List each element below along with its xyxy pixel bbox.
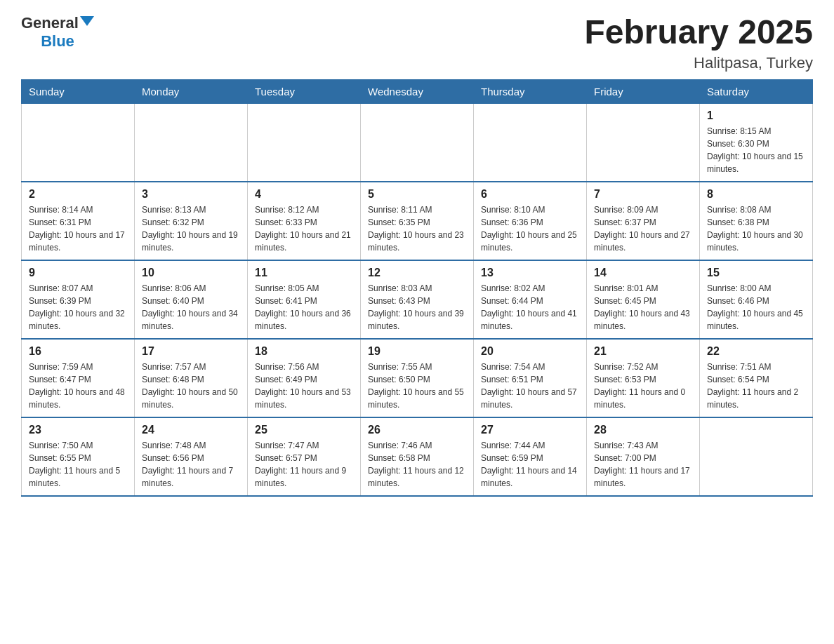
day-number: 22 <box>707 345 805 358</box>
calendar-cell: 12Sunrise: 8:03 AM Sunset: 6:43 PM Dayli… <box>361 260 474 339</box>
calendar-cell: 23Sunrise: 7:50 AM Sunset: 6:55 PM Dayli… <box>22 417 135 496</box>
day-number: 10 <box>142 267 240 279</box>
week-row-3: 9Sunrise: 8:07 AM Sunset: 6:39 PM Daylig… <box>22 260 813 339</box>
day-info: Sunrise: 7:44 AM Sunset: 6:59 PM Dayligh… <box>481 439 579 490</box>
weekday-header-tuesday: Tuesday <box>248 79 361 103</box>
logo-general-text: General <box>21 14 79 32</box>
calendar-subtitle: Halitpasa, Turkey <box>584 54 813 72</box>
calendar-cell <box>361 103 474 182</box>
calendar-cell: 6Sunrise: 8:10 AM Sunset: 6:36 PM Daylig… <box>474 182 587 260</box>
day-info: Sunrise: 8:03 AM Sunset: 6:43 PM Dayligh… <box>368 282 466 333</box>
weekday-header-wednesday: Wednesday <box>361 79 474 103</box>
day-number: 12 <box>368 267 466 279</box>
day-info: Sunrise: 8:12 AM Sunset: 6:33 PM Dayligh… <box>255 203 353 254</box>
day-number: 28 <box>594 424 692 436</box>
calendar-cell <box>135 103 248 182</box>
calendar-table: SundayMondayTuesdayWednesdayThursdayFrid… <box>21 79 813 497</box>
calendar-cell: 4Sunrise: 8:12 AM Sunset: 6:33 PM Daylig… <box>248 182 361 260</box>
calendar-cell: 13Sunrise: 8:02 AM Sunset: 6:44 PM Dayli… <box>474 260 587 339</box>
week-row-2: 2Sunrise: 8:14 AM Sunset: 6:31 PM Daylig… <box>22 182 813 260</box>
weekday-header-thursday: Thursday <box>474 79 587 103</box>
calendar-cell <box>700 417 813 496</box>
day-info: Sunrise: 7:46 AM Sunset: 6:58 PM Dayligh… <box>368 439 466 490</box>
day-number: 25 <box>255 424 353 436</box>
day-info: Sunrise: 8:02 AM Sunset: 6:44 PM Dayligh… <box>481 282 579 333</box>
calendar-cell: 1Sunrise: 8:15 AM Sunset: 6:30 PM Daylig… <box>700 103 813 182</box>
day-number: 26 <box>368 424 466 436</box>
day-number: 17 <box>142 345 240 358</box>
weekday-header-saturday: Saturday <box>700 79 813 103</box>
calendar-cell: 26Sunrise: 7:46 AM Sunset: 6:58 PM Dayli… <box>361 417 474 496</box>
calendar-cell: 9Sunrise: 8:07 AM Sunset: 6:39 PM Daylig… <box>22 260 135 339</box>
calendar-cell <box>587 103 700 182</box>
day-info: Sunrise: 8:09 AM Sunset: 6:37 PM Dayligh… <box>594 203 692 254</box>
calendar-cell: 15Sunrise: 8:00 AM Sunset: 6:46 PM Dayli… <box>700 260 813 339</box>
calendar-cell: 14Sunrise: 8:01 AM Sunset: 6:45 PM Dayli… <box>587 260 700 339</box>
calendar-cell: 18Sunrise: 7:56 AM Sunset: 6:49 PM Dayli… <box>248 339 361 417</box>
day-info: Sunrise: 7:59 AM Sunset: 6:47 PM Dayligh… <box>29 361 127 411</box>
calendar-cell <box>474 103 587 182</box>
calendar-cell: 21Sunrise: 7:52 AM Sunset: 6:53 PM Dayli… <box>587 339 700 417</box>
day-number: 23 <box>29 424 127 436</box>
day-number: 16 <box>29 345 127 358</box>
day-number: 11 <box>255 267 353 279</box>
day-number: 21 <box>594 345 692 358</box>
day-info: Sunrise: 8:11 AM Sunset: 6:35 PM Dayligh… <box>368 203 466 254</box>
week-row-1: 1Sunrise: 8:15 AM Sunset: 6:30 PM Daylig… <box>22 103 813 182</box>
weekday-header-sunday: Sunday <box>22 79 135 103</box>
day-number: 14 <box>594 267 692 279</box>
title-block: February 2025 Halitpasa, Turkey <box>584 14 813 72</box>
day-info: Sunrise: 7:56 AM Sunset: 6:49 PM Dayligh… <box>255 361 353 411</box>
day-number: 13 <box>481 267 579 279</box>
day-info: Sunrise: 8:07 AM Sunset: 6:39 PM Dayligh… <box>29 282 127 333</box>
day-info: Sunrise: 8:15 AM Sunset: 6:30 PM Dayligh… <box>707 125 805 175</box>
day-info: Sunrise: 8:00 AM Sunset: 6:46 PM Dayligh… <box>707 282 805 333</box>
calendar-cell: 24Sunrise: 7:48 AM Sunset: 6:56 PM Dayli… <box>135 417 248 496</box>
calendar-cell: 3Sunrise: 8:13 AM Sunset: 6:32 PM Daylig… <box>135 182 248 260</box>
day-info: Sunrise: 7:57 AM Sunset: 6:48 PM Dayligh… <box>142 361 240 411</box>
logo: General Blue <box>21 14 94 51</box>
day-number: 6 <box>481 188 579 201</box>
day-number: 3 <box>142 188 240 201</box>
day-info: Sunrise: 8:08 AM Sunset: 6:38 PM Dayligh… <box>707 203 805 254</box>
week-row-4: 16Sunrise: 7:59 AM Sunset: 6:47 PM Dayli… <box>22 339 813 417</box>
calendar-cell: 16Sunrise: 7:59 AM Sunset: 6:47 PM Dayli… <box>22 339 135 417</box>
day-info: Sunrise: 8:05 AM Sunset: 6:41 PM Dayligh… <box>255 282 353 333</box>
day-number: 19 <box>368 345 466 358</box>
calendar-cell: 19Sunrise: 7:55 AM Sunset: 6:50 PM Dayli… <box>361 339 474 417</box>
day-number: 15 <box>707 267 805 279</box>
calendar-cell: 11Sunrise: 8:05 AM Sunset: 6:41 PM Dayli… <box>248 260 361 339</box>
calendar-cell <box>22 103 135 182</box>
week-row-5: 23Sunrise: 7:50 AM Sunset: 6:55 PM Dayli… <box>22 417 813 496</box>
day-info: Sunrise: 7:48 AM Sunset: 6:56 PM Dayligh… <box>142 439 240 490</box>
day-info: Sunrise: 7:52 AM Sunset: 6:53 PM Dayligh… <box>594 361 692 411</box>
day-info: Sunrise: 7:55 AM Sunset: 6:50 PM Dayligh… <box>368 361 466 411</box>
day-number: 27 <box>481 424 579 436</box>
day-info: Sunrise: 8:01 AM Sunset: 6:45 PM Dayligh… <box>594 282 692 333</box>
calendar-cell <box>248 103 361 182</box>
calendar-cell: 17Sunrise: 7:57 AM Sunset: 6:48 PM Dayli… <box>135 339 248 417</box>
day-number: 24 <box>142 424 240 436</box>
day-info: Sunrise: 7:51 AM Sunset: 6:54 PM Dayligh… <box>707 361 805 411</box>
day-number: 18 <box>255 345 353 358</box>
day-info: Sunrise: 7:47 AM Sunset: 6:57 PM Dayligh… <box>255 439 353 490</box>
weekday-header-row: SundayMondayTuesdayWednesdayThursdayFrid… <box>22 79 813 103</box>
day-number: 5 <box>368 188 466 201</box>
page-header: General Blue February 2025 Halitpasa, Tu… <box>21 14 813 72</box>
calendar-cell: 27Sunrise: 7:44 AM Sunset: 6:59 PM Dayli… <box>474 417 587 496</box>
day-number: 1 <box>707 109 805 122</box>
day-info: Sunrise: 7:43 AM Sunset: 7:00 PM Dayligh… <box>594 439 692 490</box>
calendar-cell: 10Sunrise: 8:06 AM Sunset: 6:40 PM Dayli… <box>135 260 248 339</box>
calendar-cell: 20Sunrise: 7:54 AM Sunset: 6:51 PM Dayli… <box>474 339 587 417</box>
day-info: Sunrise: 8:10 AM Sunset: 6:36 PM Dayligh… <box>481 203 579 254</box>
day-info: Sunrise: 8:06 AM Sunset: 6:40 PM Dayligh… <box>142 282 240 333</box>
day-number: 8 <box>707 188 805 201</box>
weekday-header-friday: Friday <box>587 79 700 103</box>
day-info: Sunrise: 7:54 AM Sunset: 6:51 PM Dayligh… <box>481 361 579 411</box>
day-info: Sunrise: 7:50 AM Sunset: 6:55 PM Dayligh… <box>29 439 127 490</box>
logo-triangle-icon <box>80 16 94 26</box>
day-info: Sunrise: 8:14 AM Sunset: 6:31 PM Dayligh… <box>29 203 127 254</box>
logo-blue-text: Blue <box>41 32 74 50</box>
calendar-title: February 2025 <box>584 14 813 51</box>
day-number: 20 <box>481 345 579 358</box>
